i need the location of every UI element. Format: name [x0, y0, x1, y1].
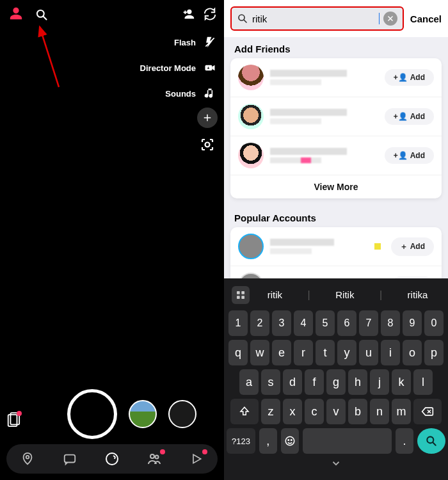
nav-camera-icon[interactable] — [104, 451, 120, 467]
flash-label: Flash — [174, 38, 196, 47]
cancel-button[interactable]: Cancel — [410, 13, 442, 24]
search-submit-key[interactable] — [417, 428, 445, 454]
key-y[interactable]: y — [337, 340, 356, 365]
nav-map-icon[interactable] — [19, 451, 36, 467]
key-j[interactable]: j — [370, 369, 389, 395]
shift-key[interactable] — [230, 399, 259, 424]
suggestion[interactable]: ritik — [268, 289, 282, 301]
key-o[interactable]: o — [403, 340, 422, 365]
key-b[interactable]: b — [348, 399, 367, 424]
key-x[interactable]: x — [283, 399, 302, 424]
avatar — [238, 234, 264, 259]
friend-row[interactable]: +👤Add — [230, 136, 442, 175]
suggestion[interactable]: ritika — [408, 289, 428, 301]
spacebar-key[interactable] — [303, 428, 392, 454]
friend-name-redacted — [270, 109, 378, 124]
suggestion[interactable]: Ritik — [335, 289, 354, 301]
add-button[interactable]: +👤Add — [385, 69, 434, 86]
svg-rect-22 — [241, 296, 244, 299]
nav-chat-icon[interactable] — [61, 451, 78, 467]
key-n[interactable]: n — [370, 399, 389, 424]
backspace-key[interactable] — [413, 399, 442, 424]
search-input[interactable]: ritik — [252, 13, 378, 24]
keyboard-apps-icon[interactable] — [232, 286, 250, 304]
friend-row[interactable]: +👤Add — [230, 58, 442, 97]
key-3[interactable]: 3 — [272, 310, 291, 336]
key-9[interactable]: 9 — [403, 310, 422, 336]
lens-thumb-2[interactable] — [168, 400, 196, 428]
nav-spotlight-icon[interactable] — [188, 451, 205, 467]
friend-name-redacted — [270, 70, 378, 85]
key-0[interactable]: 0 — [424, 310, 444, 336]
key-l[interactable]: l — [413, 369, 433, 395]
shutter-button[interactable] — [67, 389, 117, 439]
key-6[interactable]: 6 — [337, 310, 356, 336]
search-icon[interactable] — [33, 6, 50, 23]
clear-search-icon[interactable] — [383, 12, 397, 26]
profile-icon[interactable] — [9, 6, 23, 20]
key-7[interactable]: 7 — [359, 310, 378, 336]
add-person-icon: +👤 — [394, 112, 408, 121]
add-tool-button[interactable] — [197, 108, 218, 128]
add-button[interactable]: +👤Add — [385, 108, 434, 125]
account-name-redacted — [270, 239, 368, 254]
comma-key[interactable]: , — [259, 428, 277, 454]
search-input-box[interactable]: ritik — [230, 6, 404, 31]
key-t[interactable]: t — [316, 340, 335, 365]
key-s[interactable]: s — [261, 369, 280, 395]
key-r[interactable]: r — [294, 340, 313, 365]
svg-text:+: + — [207, 66, 210, 70]
period-key[interactable]: . — [396, 428, 413, 454]
lens-thumb-1[interactable] — [129, 400, 157, 428]
svg-rect-20 — [241, 291, 244, 294]
key-u[interactable]: u — [359, 340, 378, 365]
friend-row[interactable]: +👤Add — [230, 97, 442, 136]
flip-camera-icon[interactable] — [202, 6, 218, 22]
key-k[interactable]: k — [392, 369, 411, 395]
key-f[interactable]: f — [305, 369, 324, 395]
key-w[interactable]: w — [250, 340, 269, 365]
key-p[interactable]: p — [424, 340, 444, 365]
friend-name-redacted — [270, 148, 378, 163]
key-g[interactable]: g — [326, 369, 346, 395]
add-friend-icon[interactable] — [180, 6, 196, 22]
account-row[interactable]: ＋Add — [230, 227, 442, 266]
flash-tool[interactable]: Flash — [174, 35, 218, 50]
add-button[interactable]: ＋Add — [391, 237, 434, 256]
popular-accounts-header: Popular Accounts — [224, 206, 448, 227]
key-d[interactable]: d — [283, 369, 302, 395]
scan-icon[interactable] — [198, 136, 216, 154]
svg-rect-19 — [237, 291, 240, 294]
key-z[interactable]: z — [261, 399, 280, 424]
key-e[interactable]: e — [272, 340, 291, 365]
key-v[interactable]: v — [326, 399, 346, 424]
symbols-key[interactable]: ?123 — [227, 428, 255, 454]
key-i[interactable]: i — [381, 340, 400, 365]
bottom-nav — [6, 444, 218, 474]
sounds-tool[interactable]: Sounds — [165, 86, 218, 101]
key-h[interactable]: h — [348, 369, 367, 395]
avatar — [238, 143, 264, 168]
key-q[interactable]: q — [228, 340, 248, 365]
director-mode-tool[interactable]: Director Mode + — [140, 60, 218, 76]
key-a[interactable]: a — [239, 369, 259, 395]
key-c[interactable]: c — [305, 399, 324, 424]
key-5[interactable]: 5 — [316, 310, 335, 336]
key-m[interactable]: m — [392, 399, 411, 424]
keyboard-collapse-icon[interactable] — [227, 458, 445, 471]
nav-stories-icon[interactable] — [146, 451, 163, 467]
emoji-key[interactable] — [281, 428, 299, 454]
key-1[interactable]: 1 — [228, 310, 248, 336]
spotlight-badge — [202, 449, 207, 454]
add-button[interactable]: +👤Add — [385, 147, 434, 164]
key-2[interactable]: 2 — [250, 310, 269, 336]
text-cursor — [379, 13, 380, 24]
key-4[interactable]: 4 — [294, 310, 313, 336]
svg-point-15 — [239, 15, 244, 20]
director-icon: + — [202, 60, 218, 76]
view-more-button[interactable]: View More — [230, 175, 442, 198]
sounds-label: Sounds — [165, 89, 196, 99]
svg-point-12 — [106, 453, 118, 465]
plus-icon: ＋ — [400, 241, 408, 252]
key-8[interactable]: 8 — [381, 310, 400, 336]
